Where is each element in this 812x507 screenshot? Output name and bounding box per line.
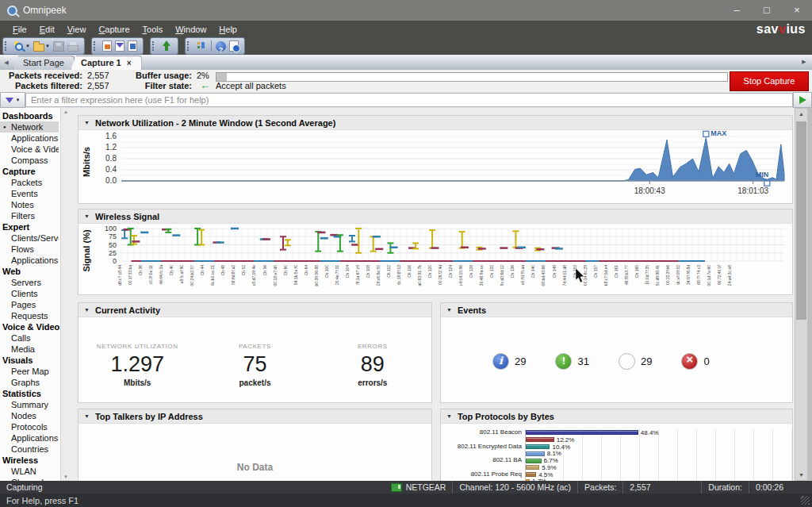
menu-item-window[interactable]: Window	[169, 25, 213, 34]
menu-item-capture[interactable]: Capture	[92, 25, 136, 34]
close-button[interactable]: ×	[782, 0, 812, 21]
sidebar-item-applications[interactable]: Applications	[0, 255, 59, 266]
sidebar-item-calls[interactable]: Calls	[0, 332, 59, 344]
network-utilization-header[interactable]: ▼ Network Utilization - 2 Minute Window …	[79, 116, 792, 130]
sidebar-item-clients-server[interactable]: Clients/Server	[0, 232, 59, 244]
toolbar-group-2	[91, 37, 144, 55]
current-activity-stats: NETWORK UTILIZATION1.297Mbits/sPACKETS75…	[79, 317, 431, 387]
tab-scroll-right-icon[interactable]: ▶	[798, 55, 810, 69]
sidebar-item-summary[interactable]: Summary	[0, 399, 59, 410]
dashboard-scrollbar[interactable]: ▲ ▼	[795, 108, 808, 481]
toolbar-grip-icon[interactable]	[187, 41, 191, 51]
sidebar-item-protocols[interactable]: Protocols	[0, 421, 59, 432]
svg-text:48:f8:b3:77: 48:f8:b3:77	[624, 265, 629, 285]
menu-item-view[interactable]: View	[61, 25, 93, 34]
svg-text:Ch 64: Ch 64	[304, 265, 308, 276]
scroll-down-icon[interactable]: ▼	[61, 474, 71, 479]
tab-start-page[interactable]: Start Page	[13, 56, 75, 70]
tab-scroll-left-icon[interactable]: ◀	[0, 56, 13, 70]
svg-text:00:18:e7:d5: 00:18:e7:d5	[273, 265, 278, 286]
scroll-up-icon[interactable]: ▲	[61, 109, 71, 114]
packets-received-label: Packets received:	[6, 71, 82, 80]
options-icon	[196, 40, 207, 52]
tab-capture-1[interactable]: Capture 1×	[71, 56, 142, 70]
sidebar-item-peer-map[interactable]: Peer Map	[0, 366, 59, 377]
wireless-signal-header[interactable]: ▼ Wireless Signal	[79, 209, 792, 224]
menu-item-tools[interactable]: Tools	[136, 25, 170, 34]
filters-button[interactable]	[113, 39, 126, 53]
menu-item-edit[interactable]: Edit	[33, 25, 61, 34]
sidebar-item-media[interactable]: Media	[0, 344, 59, 355]
sidebar-item-countries[interactable]: Countries	[0, 444, 59, 455]
tab-close-icon[interactable]: ×	[127, 56, 132, 70]
scroll-down-icon[interactable]: ▼	[795, 472, 807, 478]
apply-filter-button[interactable]	[793, 92, 812, 108]
toolbar-grip-icon[interactable]	[152, 41, 156, 51]
svg-text:b8:c7:5d:e4: b8:c7:5d:e4	[603, 265, 608, 286]
sidebar-item-compass[interactable]: Compass	[0, 155, 59, 166]
capture-status-bar: Capturing NETGEAR Channel: 120 - 5600 MH…	[0, 481, 812, 494]
menu-item-help[interactable]: Help	[213, 25, 243, 34]
menu-item-file[interactable]: File	[6, 25, 33, 34]
toolbar-grip-icon[interactable]	[5, 41, 9, 51]
collapse-caret-icon: ▼	[446, 413, 452, 419]
sidebar-item-nodes[interactable]: Nodes	[0, 410, 59, 421]
stop-capture-button[interactable]: Stop Capture	[730, 71, 809, 91]
sidebar-item-applications[interactable]: Applications	[0, 432, 59, 444]
tab-label: Start Page	[23, 56, 64, 70]
options-button[interactable]	[194, 39, 209, 53]
chevron-down-icon[interactable]: ▼	[45, 44, 50, 48]
protocol-bar-row: 10.4%	[526, 444, 792, 451]
warning-icon	[619, 353, 635, 370]
sidebar-item-notes[interactable]: Notes	[0, 199, 59, 210]
buffer-usage-fill	[216, 73, 227, 81]
toolbar-grip-icon[interactable]	[94, 41, 98, 51]
sidebar-item-voice-video[interactable]: Voice & Video	[0, 144, 59, 155]
svg-text:Ch 149: Ch 149	[552, 265, 557, 278]
svg-text:Ch 116: Ch 116	[407, 265, 412, 278]
sidebar-item-servers[interactable]: Servers	[0, 277, 59, 288]
current-activity-header[interactable]: ▼ Current Activity	[79, 303, 431, 317]
protocol-bar-value: 6.7%	[544, 457, 558, 464]
sidebar-item-applications[interactable]: Applications	[0, 133, 59, 144]
start-page-button[interactable]	[228, 39, 240, 53]
filter-bar: ▼	[0, 92, 812, 108]
sidebar-item-network[interactable]: Network	[0, 121, 59, 133]
sidebar-item-events[interactable]: Events	[0, 188, 59, 199]
save-icon	[53, 41, 64, 52]
help-button[interactable]	[214, 39, 228, 53]
events-header[interactable]: ▼ Events	[441, 303, 792, 317]
sidebar-item-filters[interactable]: Filters	[0, 210, 59, 221]
filter-menu-button[interactable]: ▼	[0, 92, 25, 108]
scrollbar-thumb[interactable]	[796, 121, 806, 320]
sidebar-scrollbar[interactable]: ▲ ▼	[60, 108, 71, 481]
event-count-warning: 29	[619, 353, 652, 370]
sidebar-item-packets[interactable]: Packets	[0, 177, 59, 188]
top-protocols-header[interactable]: ▼ Top Protocols by Bytes	[441, 409, 792, 424]
sidebar-item-pages[interactable]: Pages	[0, 299, 59, 310]
sidebar-item-graphs[interactable]: Graphs	[0, 377, 59, 388]
log-button[interactable]	[126, 39, 139, 53]
svg-text:84:1b:5e:f0: 84:1b:5e:f0	[293, 265, 298, 285]
resize-grip-icon[interactable]	[801, 496, 810, 505]
capture-options-button[interactable]	[101, 39, 113, 53]
sidebar-item-wlan[interactable]: WLAN	[0, 466, 59, 477]
sidebar-item-flows[interactable]: Flows	[0, 244, 59, 255]
sidebar-item-requests[interactable]: Requests	[0, 310, 59, 321]
scroll-up-icon[interactable]: ▲	[795, 111, 807, 117]
protocol-bar-value: 10.4%	[552, 444, 570, 451]
svg-text:Ch 40: Ch 40	[169, 265, 174, 276]
new-capture-button[interactable]: ▼	[12, 39, 32, 53]
open-file-button[interactable]: ▼	[32, 39, 52, 53]
top-talkers-header[interactable]: ▼ Top Talkers by IP Address	[79, 409, 431, 424]
funnel-icon	[6, 98, 13, 103]
toolbar-group-4	[185, 37, 245, 55]
upgrade-button[interactable]	[159, 39, 174, 53]
minimize-button[interactable]: –	[722, 0, 752, 21]
svg-text:Ch 104: Ch 104	[345, 265, 350, 278]
maximize-button[interactable]: □	[752, 0, 782, 21]
print-icon	[67, 45, 79, 52]
filter-expression-input[interactable]	[25, 93, 793, 107]
sidebar-item-clients[interactable]: Clients	[0, 288, 59, 299]
chevron-down-icon[interactable]: ▼	[25, 44, 30, 48]
